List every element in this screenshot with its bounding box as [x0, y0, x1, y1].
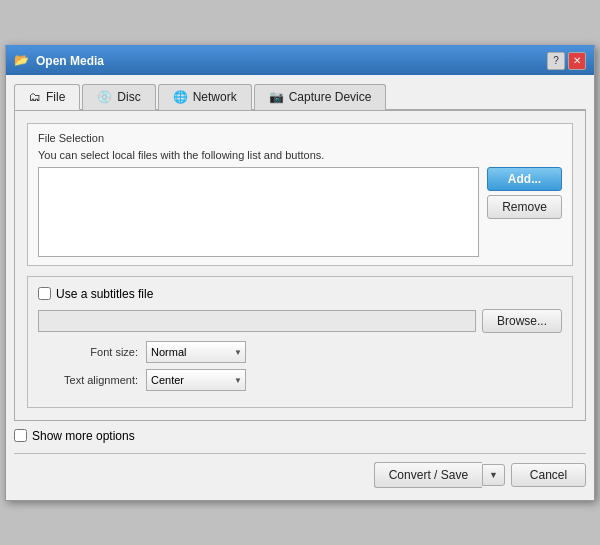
file-area: Add... Remove	[38, 167, 562, 257]
file-tab-label: File	[46, 90, 65, 104]
subtitles-checkbox[interactable]	[38, 287, 51, 300]
title-bar-controls: ? ✕	[547, 52, 586, 70]
title-bar: 📂 Open Media ? ✕	[6, 47, 594, 75]
file-list[interactable]	[38, 167, 479, 257]
help-button[interactable]: ?	[547, 52, 565, 70]
subtitles-checkbox-row: Use a subtitles file	[38, 287, 562, 301]
disc-tab-icon: 💿	[97, 90, 112, 104]
text-alignment-label: Text alignment:	[48, 374, 138, 386]
file-tab-icon: 🗂	[29, 90, 41, 104]
file-buttons: Add... Remove	[487, 167, 562, 219]
window-content: 🗂 File 💿 Disc 🌐 Network 📷 Capture Device…	[6, 75, 594, 500]
text-alignment-select[interactable]: Left Center Right	[146, 369, 246, 391]
tab-disc[interactable]: 💿 Disc	[82, 84, 155, 110]
disc-tab-label: Disc	[117, 90, 140, 104]
cancel-button[interactable]: Cancel	[511, 463, 586, 487]
tab-network[interactable]: 🌐 Network	[158, 84, 252, 110]
file-selection-desc: You can select local files with the foll…	[38, 149, 562, 161]
font-size-label: Font size:	[48, 346, 138, 358]
show-more-checkbox[interactable]	[14, 429, 27, 442]
font-size-select-wrapper: Smaller Small Normal Large Larger	[146, 341, 246, 363]
text-alignment-select-wrapper: Left Center Right	[146, 369, 246, 391]
open-media-window: 📂 Open Media ? ✕ 🗂 File 💿 Disc 🌐 Network	[5, 45, 595, 501]
subtitles-section: Use a subtitles file Browse... Font size…	[27, 276, 573, 408]
convert-save-split-btn: Convert / Save ▼	[374, 462, 505, 488]
convert-save-button[interactable]: Convert / Save	[374, 462, 482, 488]
subtitle-input-row: Browse...	[38, 309, 562, 333]
subtitles-label: Use a subtitles file	[56, 287, 153, 301]
window-title: Open Media	[36, 54, 104, 68]
show-more-row: Show more options	[14, 429, 586, 443]
file-selection-group: File Selection You can select local file…	[27, 123, 573, 266]
tab-bar: 🗂 File 💿 Disc 🌐 Network 📷 Capture Device	[14, 83, 586, 110]
subtitle-file-input[interactable]	[38, 310, 476, 332]
tab-file[interactable]: 🗂 File	[14, 84, 80, 110]
title-bar-left: 📂 Open Media	[14, 53, 104, 69]
network-tab-icon: 🌐	[173, 90, 188, 104]
bottom-buttons: Convert / Save ▼ Cancel	[14, 462, 586, 488]
capture-tab-icon: 📷	[269, 90, 284, 104]
divider	[14, 453, 586, 454]
close-button[interactable]: ✕	[568, 52, 586, 70]
font-size-row: Font size: Smaller Small Normal Large La…	[38, 341, 562, 363]
browse-button[interactable]: Browse...	[482, 309, 562, 333]
bottom-section: Show more options Convert / Save ▼ Cance…	[14, 421, 586, 492]
tab-capture[interactable]: 📷 Capture Device	[254, 84, 387, 110]
add-button[interactable]: Add...	[487, 167, 562, 191]
font-size-select[interactable]: Smaller Small Normal Large Larger	[146, 341, 246, 363]
show-more-label: Show more options	[32, 429, 135, 443]
capture-tab-label: Capture Device	[289, 90, 372, 104]
file-selection-title: File Selection	[38, 132, 562, 144]
text-alignment-row: Text alignment: Left Center Right	[38, 369, 562, 391]
window-icon: 📂	[14, 53, 30, 69]
remove-button[interactable]: Remove	[487, 195, 562, 219]
convert-save-dropdown-arrow[interactable]: ▼	[482, 464, 505, 486]
file-panel: File Selection You can select local file…	[14, 110, 586, 421]
network-tab-label: Network	[193, 90, 237, 104]
